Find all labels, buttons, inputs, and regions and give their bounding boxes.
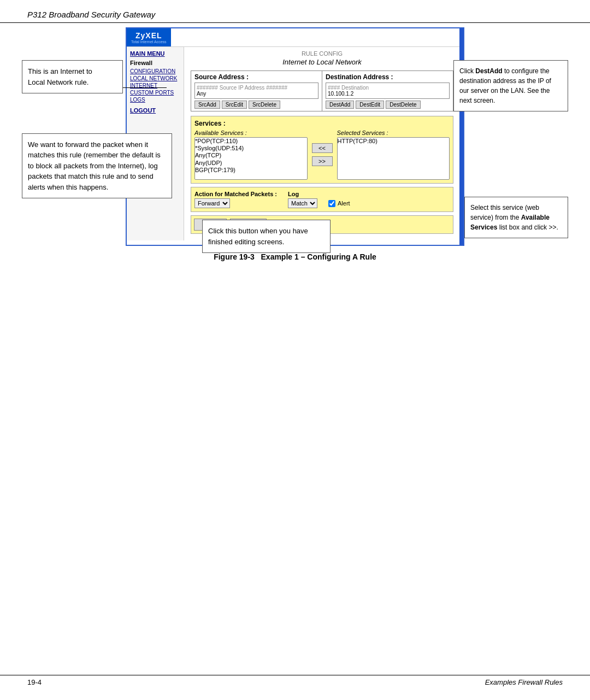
services-section: Services : Available Services : *POP(TCP… [191, 116, 453, 184]
dest-address-content: #### Destination 10.100.1.2 [326, 83, 450, 99]
callout-service-select: Select this service (web service) from t… [464, 197, 568, 238]
footer-section-title: Examples Firewall Rules [485, 678, 563, 686]
log-select[interactable]: Match [288, 198, 317, 208]
selected-services-listbox[interactable]: HTTP(TCP:80) [337, 137, 450, 180]
available-services-label: Available Services : [194, 130, 308, 136]
action-select[interactable]: Forward [194, 198, 230, 208]
dest-address-label: Destination Address : [326, 73, 450, 81]
panel-title: Internet to Local Network [191, 58, 453, 66]
dest-edit-btn[interactable]: DestEdit [356, 101, 384, 109]
source-address-label: Source Address : [194, 73, 318, 81]
sidebar-main-menu[interactable]: MAIN MENU [130, 50, 180, 57]
alert-label: Alert [338, 200, 350, 207]
sidebar-link-configuration[interactable]: CONFIGURATION [130, 68, 180, 74]
ui-screenshot-box: ZyXEL Total Internet Access MAIN MENU Fi… [126, 27, 464, 246]
alert-col: Alert [328, 200, 350, 207]
dest-delete-btn[interactable]: DestDelete [386, 101, 420, 109]
sidebar-link-logs[interactable]: LOGS [130, 97, 180, 103]
selected-services-label: Selected Services : [337, 130, 450, 136]
available-services-col: Available Services : *POP(TCP:110) *Sysl… [194, 130, 308, 180]
page-header: P312 Broadband Security Gateway [0, 0, 590, 23]
arrow-line-1 [123, 87, 167, 88]
services-label: Services : [194, 120, 450, 127]
src-edit-btn[interactable]: SrcEdit [222, 101, 247, 109]
source-address-col: Source Address : ####### Source IP Addre… [191, 71, 322, 111]
alert-checkbox[interactable] [328, 200, 335, 207]
src-add-btn[interactable]: SrcAdd [194, 101, 220, 109]
zyxel-logo-text: ZyXEL [135, 31, 162, 40]
move-right-btn[interactable]: >> [312, 156, 333, 166]
source-btn-group: SrcAdd SrcEdit SrcDelete [194, 101, 318, 109]
destination-address-col: Destination Address : #### Destination 1… [322, 71, 453, 111]
sidebar-firewall-label: Firewall [130, 60, 180, 66]
services-inner-row: Available Services : *POP(TCP:110) *Sysl… [194, 130, 450, 180]
callout-internet-rule: This is an Internet toLocal Network rule… [22, 60, 123, 93]
dest-btn-group: DestAdd DestEdit DestDelete [326, 101, 450, 109]
callout-forward-note: We want to forward the packet when it ma… [22, 133, 172, 199]
address-row: Source Address : ####### Source IP Addre… [191, 70, 453, 111]
zyxel-header-bar: ZyXEL Total Internet Access [127, 28, 463, 47]
callout-dest-add: Click DestAdd to configure the destinati… [453, 60, 568, 111]
service-arrows-col: << >> [312, 143, 333, 166]
sidebar-logout[interactable]: LOGOUT [130, 107, 180, 114]
action-label: Action for Matched Packets : [194, 191, 277, 197]
action-section: Action for Matched Packets : Forward Log… [191, 187, 453, 212]
selected-services-col: Selected Services : HTTP(TCP:80) [337, 130, 450, 180]
page-footer: 19-4 Examples Firewall Rules [0, 675, 590, 686]
figure-caption: Figure 19-3 Example 1 – Configuring A Ru… [16, 252, 574, 261]
sidebar-link-custom-ports[interactable]: CUSTOM PORTS [130, 90, 180, 96]
log-label: Log [288, 191, 317, 197]
log-col: Log Match [288, 191, 317, 208]
dest-add-btn[interactable]: DestAdd [326, 101, 354, 109]
zyxel-logo-box: ZyXEL Total Internet Access [127, 28, 171, 46]
src-delete-btn[interactable]: SrcDelete [249, 101, 280, 109]
action-col: Action for Matched Packets : Forward [194, 191, 277, 208]
footer-page-number: 19-4 [27, 678, 42, 686]
sidebar-link-local-network[interactable]: LOCAL NETWORK [130, 75, 180, 81]
main-panel: RULE CONFIG Internet to Local Network So… [184, 47, 463, 240]
available-services-listbox[interactable]: *POP(TCP:110) *Syslog(UDP:514) Any(TCP) … [194, 137, 308, 180]
source-address-content: ####### Source IP Address ####### Any [194, 83, 318, 99]
rule-config-title: RULE CONFIG [191, 50, 453, 57]
move-left-btn[interactable]: << [312, 143, 333, 153]
callout-apply-note: Click this button when you have finished… [202, 220, 331, 253]
zyxel-logo-subtext: Total Internet Access [131, 40, 167, 44]
